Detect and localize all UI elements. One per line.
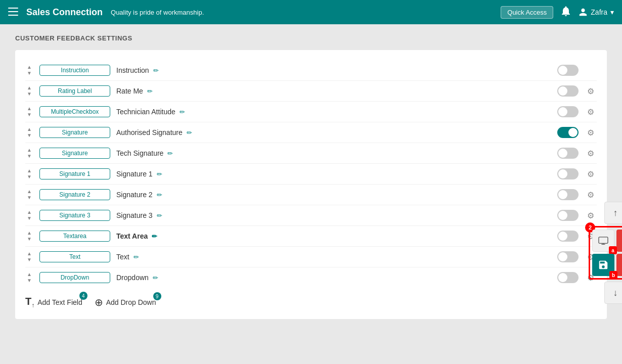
edit-icon[interactable]: ✏ xyxy=(153,67,159,74)
sort-down-icon: ▼ xyxy=(27,132,32,139)
toggle-2[interactable] xyxy=(557,106,579,117)
type-badge: DropDown xyxy=(39,272,110,283)
sort-arrows-6[interactable]: ▲ ▼ xyxy=(25,189,33,201)
row-label: Authorised Signature ✏ xyxy=(116,128,551,136)
type-badge: Rating Label xyxy=(39,85,110,97)
monitor-button[interactable]: a xyxy=(592,230,614,252)
toggle-7[interactable] xyxy=(557,210,579,221)
toggle-0[interactable] xyxy=(557,65,579,76)
sort-up-icon: ▲ xyxy=(27,85,32,91)
svg-rect-1 xyxy=(8,11,18,12)
row-label: Signature 1 ✏ xyxy=(116,170,551,178)
table-row: ▲ ▼ Instruction Instruction ✏ xyxy=(25,60,597,81)
sort-up-icon: ▲ xyxy=(27,230,32,236)
edit-icon[interactable]: ✏ xyxy=(147,87,153,95)
chevron-icon: ▾ xyxy=(610,8,614,16)
row-label: Dropdown ✏ xyxy=(116,274,551,282)
type-badge: Signature 1 xyxy=(39,168,110,179)
sort-arrows-4[interactable]: ▲ ▼ xyxy=(25,147,33,159)
sort-up-icon: ▲ xyxy=(27,168,32,174)
sort-down-icon: ▼ xyxy=(27,236,32,242)
type-badge: Textarea xyxy=(39,231,110,242)
toggle-1[interactable] xyxy=(557,85,579,97)
scroll-up-button[interactable]: ↑ xyxy=(604,202,622,224)
quick-access-button[interactable]: Quick Access xyxy=(501,6,553,19)
sort-down-icon: ▼ xyxy=(27,174,32,180)
panel-button-a[interactable] xyxy=(616,230,622,252)
table-row: ▲ ▼ Textarea Text Area ✏ ⚙ xyxy=(25,226,597,247)
sort-up-icon: ▲ xyxy=(27,251,32,257)
panel-badge-a: a xyxy=(609,246,617,254)
toggle-4[interactable] xyxy=(557,148,579,159)
sort-up-icon: ▲ xyxy=(27,106,32,112)
save-button[interactable]: b xyxy=(592,254,614,276)
sort-arrows-8[interactable]: ▲ ▼ xyxy=(25,230,33,242)
row-label: Tech Signature ✏ xyxy=(116,149,551,157)
edit-icon[interactable]: ✏ xyxy=(153,274,158,282)
table-row: ▲ ▼ Signature Authorised Signature ✏ ⚙ xyxy=(25,122,597,143)
edit-icon[interactable]: ✏ xyxy=(157,212,162,219)
app-title: Sales Connection xyxy=(26,7,103,18)
username: Zafra xyxy=(591,8,607,16)
sort-arrows-3[interactable]: ▲ ▼ xyxy=(25,126,33,139)
row-label: Signature 2 ✏ xyxy=(116,191,551,199)
sort-arrows-0[interactable]: ▲ ▼ xyxy=(25,64,33,76)
gear-icon[interactable]: ⚙ xyxy=(585,169,597,179)
type-badge: Signature xyxy=(39,148,110,159)
edit-icon[interactable]: ✏ xyxy=(152,233,157,240)
footer-row: T↑ Add Text Field 4 ⊕ Add Drop Down 9 xyxy=(25,296,597,309)
row-label: Rate Me ✏ xyxy=(116,87,551,95)
edit-icon[interactable]: ✏ xyxy=(157,170,162,178)
toggle-5[interactable] xyxy=(557,168,579,179)
gear-icon[interactable]: ⚙ xyxy=(585,149,597,158)
sort-arrows-7[interactable]: ▲ ▼ xyxy=(25,209,33,221)
scroll-down-button[interactable]: ↓ xyxy=(604,282,622,304)
page-title: CUSTOMER FEEDBACK SETTINGS xyxy=(15,34,607,42)
sort-up-icon: ▲ xyxy=(27,271,32,278)
sort-arrows-2[interactable]: ▲ ▼ xyxy=(25,106,33,118)
sort-arrows-10[interactable]: ▲ ▼ xyxy=(25,271,33,284)
menu-icon[interactable] xyxy=(8,7,18,18)
gear-icon[interactable]: ⚙ xyxy=(585,107,597,117)
sort-down-icon: ▼ xyxy=(27,70,32,76)
toggle-3[interactable] xyxy=(557,127,579,138)
gear-icon[interactable]: ⚙ xyxy=(585,128,597,138)
action-panel: 2 a b xyxy=(589,226,622,280)
sort-down-icon: ▼ xyxy=(27,257,32,263)
add-dropdown-label: Add Drop Down xyxy=(106,298,156,306)
toggle-9[interactable] xyxy=(557,251,579,262)
edit-icon[interactable]: ✏ xyxy=(187,129,192,136)
sort-up-icon: ▲ xyxy=(27,126,32,132)
type-badge: Signature xyxy=(39,127,110,138)
table-row: ▲ ▼ Text Text ✏ ⚙ xyxy=(25,247,597,267)
add-text-field-label: Add Text Field xyxy=(37,298,82,306)
edit-icon[interactable]: ✏ xyxy=(180,108,185,116)
edit-icon[interactable]: ✏ xyxy=(157,191,162,199)
gear-icon[interactable]: ⚙ xyxy=(585,190,597,200)
user-menu[interactable]: Zafra ▾ xyxy=(579,8,614,17)
edit-icon[interactable]: ✏ xyxy=(134,253,139,261)
gear-icon[interactable]: ⚙ xyxy=(585,86,597,96)
sort-arrows-5[interactable]: ▲ ▼ xyxy=(25,168,33,180)
header: Sales Connection Quality is pride of wor… xyxy=(0,0,622,24)
toggle-6[interactable] xyxy=(557,189,579,200)
sort-arrows-1[interactable]: ▲ ▼ xyxy=(25,85,33,97)
sort-up-icon: ▲ xyxy=(27,147,32,153)
table-row: ▲ ▼ Signature 1 Signature 1 ✏ ⚙ xyxy=(25,164,597,185)
table-row: ▲ ▼ MultipleCheckbox Technician Attitude… xyxy=(25,102,597,122)
row-label: Text Area ✏ xyxy=(116,232,551,240)
type-badge: Signature 2 xyxy=(39,189,110,200)
add-text-field-button[interactable]: T↑ Add Text Field 4 xyxy=(25,296,82,309)
edit-icon[interactable]: ✏ xyxy=(167,150,173,157)
down-arrow-icon: ↓ xyxy=(613,288,618,298)
sort-up-icon: ▲ xyxy=(27,189,32,195)
sort-arrows-9[interactable]: ▲ ▼ xyxy=(25,251,33,263)
row-label: Text ✏ xyxy=(116,253,551,261)
bell-icon[interactable] xyxy=(561,6,570,19)
toggle-10[interactable] xyxy=(557,272,579,283)
type-badge: Instruction xyxy=(39,65,110,76)
add-dropdown-button[interactable]: ⊕ Add Drop Down 9 xyxy=(95,296,156,308)
side-panel: ↑ 2 a xyxy=(589,202,622,304)
toggle-8[interactable] xyxy=(557,231,579,242)
type-badge: Text xyxy=(39,251,110,262)
